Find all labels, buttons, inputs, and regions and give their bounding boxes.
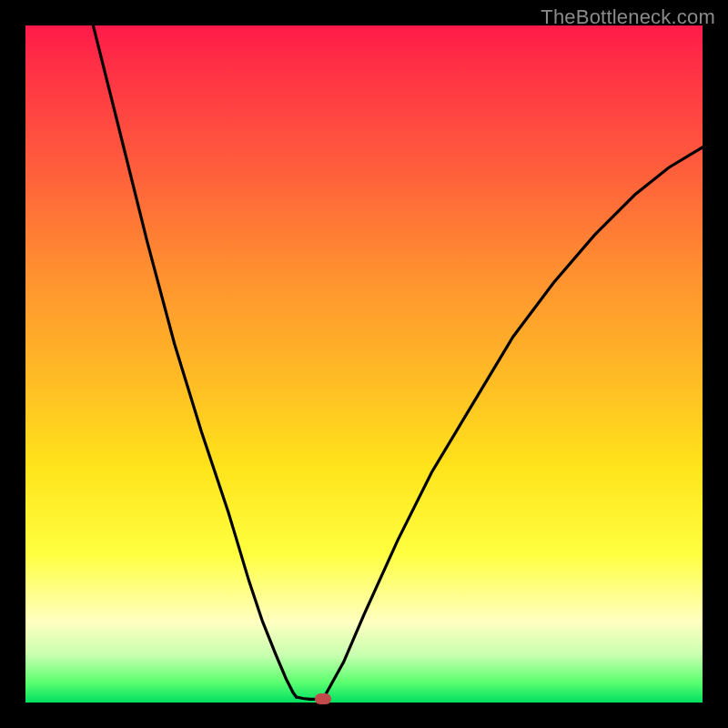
- bottleneck-curve: [25, 25, 703, 703]
- curve-right-branch: [323, 147, 703, 699]
- curve-left-branch: [93, 25, 296, 697]
- plot-area: [25, 25, 703, 703]
- watermark-text: TheBottleneck.com: [541, 5, 715, 29]
- chart-frame: TheBottleneck.com: [0, 0, 728, 728]
- bottleneck-marker: [315, 693, 331, 704]
